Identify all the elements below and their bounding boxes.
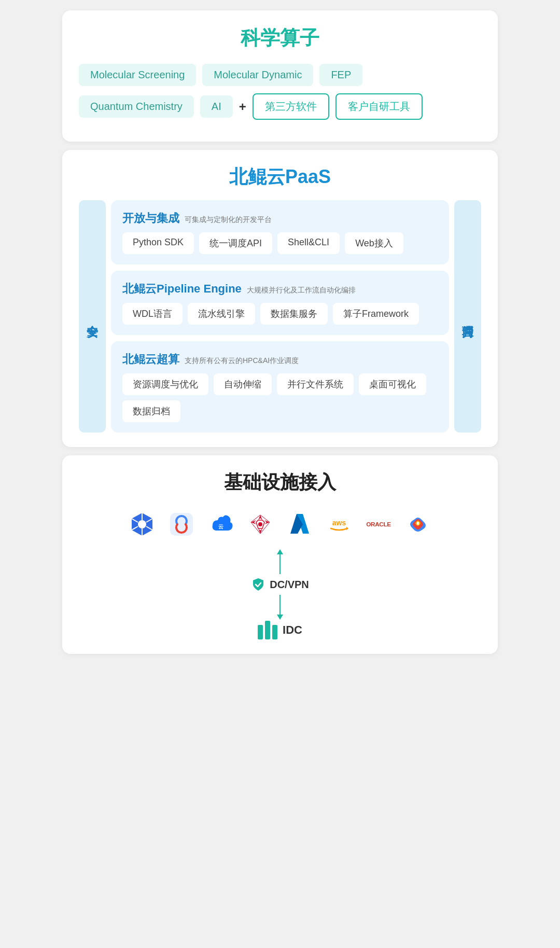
tag-quantum-chemistry: Quantum Chemistry [79, 95, 194, 118]
side-label-management: 管理门户 [454, 200, 481, 433]
paas-card: 北鲲云PaaS 安全 开放与集成可集成与定制化的开发平台 Python SDK … [62, 150, 498, 447]
logo-oracle: ORACLE [365, 511, 392, 538]
infra-card: 基础设施接入 [62, 455, 498, 654]
svg-text:云: 云 [218, 524, 223, 529]
page-wrapper: 科学算子 Molecular Screening Molecular Dynam… [62, 10, 498, 654]
tag-data-archive: 数据归档 [122, 400, 180, 422]
dc-vpn-label: DC/VPN [251, 577, 309, 592]
module-tags-1: Python SDK 统一调度API Shell&CLI Web接入 [122, 232, 438, 254]
tag-auto-scale: 自动伸缩 [214, 373, 272, 395]
logo-google-cloud [404, 511, 431, 538]
tag-wdl: WDL语言 [122, 303, 183, 325]
tag-suanzi-framework: 算子Framework [333, 303, 419, 325]
plus-sign: + [239, 100, 246, 114]
tag-shell-cli: Shell&CLI [277, 232, 340, 254]
svg-point-1 [138, 520, 146, 528]
paas-center: 开放与集成可集成与定制化的开发平台 Python SDK 统一调度API She… [111, 200, 449, 433]
idc-label: IDC [258, 621, 302, 639]
side-label-security: 安全 [79, 200, 106, 433]
paas-title: 北鲲云PaaS [79, 164, 481, 190]
tag-custom-tools: 客户自研工具 [335, 93, 423, 120]
svg-marker-14 [346, 527, 348, 530]
svg-point-10 [258, 522, 262, 526]
tag-pipeline-engine: 流水线引擎 [188, 303, 255, 325]
module-open-integration: 开放与集成可集成与定制化的开发平台 Python SDK 统一调度API She… [111, 200, 449, 264]
tag-fep: FEP [319, 64, 362, 86]
tag-ai: AI [200, 95, 233, 118]
dc-vpn-text: DC/VPN [270, 579, 309, 591]
logo-k8s [129, 511, 156, 538]
cloud-logos: 云 [79, 511, 481, 538]
idc-bar-3 [272, 625, 277, 639]
tag-python-sdk: Python SDK [122, 232, 194, 254]
kexue-card: 科学算子 Molecular Screening Molecular Dynam… [62, 10, 498, 142]
idc-bars-icon [258, 621, 277, 639]
tag-web-access: Web接入 [345, 232, 403, 254]
arrow-up [279, 553, 281, 574]
idc-text: IDC [283, 623, 302, 637]
dc-vpn-section: DC/VPN [79, 553, 481, 616]
kexue-row1: Molecular Screening Molecular Dynamic FE… [79, 64, 481, 86]
module-subtitle-3: 支持所有公有云的HPC&AI作业调度 [185, 356, 299, 365]
tag-parallel-fs: 并行文件系统 [277, 373, 354, 395]
tag-molecular-dynamic: Molecular Dynamic [202, 64, 313, 86]
tag-desktop-visual: 桌面可视化 [359, 373, 426, 395]
idc-bar-1 [258, 625, 263, 639]
kexue-title: 科学算子 [79, 25, 481, 51]
logo-aliyun: 云 [207, 511, 234, 538]
logo-cd [168, 511, 195, 538]
module-tags-2: WDL语言 流水线引擎 数据集服务 算子Framework [122, 303, 438, 325]
logo-aws: aws [326, 511, 353, 538]
module-subtitle-2: 大规模并行化及工作流自动化编排 [247, 286, 356, 294]
kexue-row2: Quantum Chemistry AI + 第三方软件 客户自研工具 [79, 93, 481, 120]
paas-body: 安全 开放与集成可集成与定制化的开发平台 Python SDK 统一调度API … [79, 200, 481, 433]
svg-text:ORACLE: ORACLE [366, 521, 391, 527]
module-hpc: 北鲲云超算支持所有公有云的HPC&AI作业调度 资源调度与优化 自动伸缩 并行文… [111, 341, 449, 433]
infra-title: 基础设施接入 [79, 470, 481, 495]
shield-icon [251, 577, 265, 592]
module-title-3: 北鲲云超算支持所有公有云的HPC&AI作业调度 [122, 352, 438, 367]
svg-text:aws: aws [332, 519, 346, 527]
module-subtitle-1: 可集成与定制化的开发平台 [185, 215, 272, 224]
module-pipeline: 北鲲云Pipeline Engine大规模并行化及工作流自动化编排 WDL语言 … [111, 271, 449, 335]
idc-section: IDC [79, 621, 481, 639]
tag-resource-schedule: 资源调度与优化 [122, 373, 208, 395]
module-title-1: 开放与集成可集成与定制化的开发平台 [122, 211, 438, 226]
tag-third-party: 第三方软件 [253, 93, 329, 120]
tag-dataset-service: 数据集服务 [260, 303, 328, 325]
module-tags-3: 资源调度与优化 自动伸缩 并行文件系统 桌面可视化 数据归档 [122, 373, 438, 422]
tag-unified-api: 统一调度API [199, 232, 272, 254]
tag-molecular-screening: Molecular Screening [79, 64, 196, 86]
module-title-2: 北鲲云Pipeline Engine大规模并行化及工作流自动化编排 [122, 281, 438, 297]
logo-huawei [247, 511, 274, 538]
idc-bar-2 [265, 621, 270, 639]
arrow-down [279, 595, 281, 616]
logo-azure [286, 511, 313, 538]
